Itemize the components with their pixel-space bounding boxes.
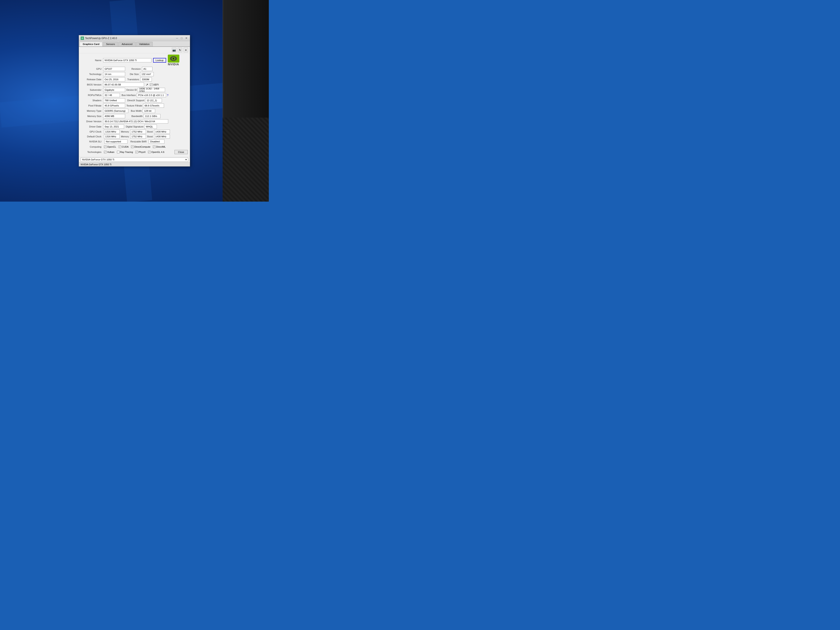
tab-graphics-card[interactable]: Graphics Card bbox=[80, 42, 103, 46]
directcompute-label: DirectCompute bbox=[134, 145, 150, 148]
transistors-field: 3300M bbox=[140, 77, 152, 82]
driver-version-label: Driver Version bbox=[81, 120, 103, 123]
dropdown-arrow-icon: ▾ bbox=[185, 158, 187, 161]
dropdown-value: NVIDIA GeForce GTX 1050 Ti bbox=[82, 158, 114, 161]
technologies-row: Technologies Vulkan Ray Tracing PhysX bbox=[81, 150, 175, 154]
cable-area bbox=[223, 118, 269, 202]
refresh-button[interactable]: ↻ bbox=[178, 48, 182, 52]
camera-button[interactable]: 📷 bbox=[172, 48, 177, 52]
gpu-memory-field: 1752 MHz bbox=[130, 129, 146, 134]
vulkan-item: Vulkan bbox=[104, 151, 114, 153]
bandwidth-field: 112.1 GB/s bbox=[144, 114, 160, 118]
memory-type-field: GDDR5 (Samsung) bbox=[103, 109, 128, 113]
gpu-clock-field: 1316 MHz bbox=[104, 129, 120, 134]
gpu-field: GP107 bbox=[103, 67, 125, 71]
export-icon[interactable]: ↗ bbox=[146, 83, 148, 86]
status-text: NVIDIA GeForce GTX 1050 Ti bbox=[81, 163, 112, 166]
device-id-label: Device ID bbox=[126, 88, 137, 91]
directml-checkbox[interactable] bbox=[153, 145, 155, 148]
physx-checkbox[interactable] bbox=[136, 151, 138, 153]
ray-tracing-label: Ray Tracing bbox=[120, 151, 133, 153]
tab-advanced[interactable]: Advanced bbox=[118, 42, 136, 46]
rops-row: ROPs/TMUs 32 / 48 Bus Interface PCIe x16… bbox=[81, 93, 188, 98]
cuda-item: CUDA bbox=[118, 145, 129, 148]
gpu-boost-value: 1430 MHz bbox=[155, 130, 166, 133]
gpu-value: GP107 bbox=[104, 68, 112, 70]
resizable-bar-label: Resizable BAR bbox=[130, 140, 147, 143]
title-bar-controls: ─ □ ✕ bbox=[175, 36, 188, 40]
close-button[interactable]: ✕ bbox=[185, 36, 188, 40]
release-date-row: Release Date Oct 25, 2016 Transistors 33… bbox=[81, 77, 188, 82]
technology-value: 14 nm bbox=[104, 73, 111, 76]
opencl-checkbox[interactable] bbox=[104, 145, 106, 148]
lookup-button[interactable]: Lookup bbox=[153, 58, 166, 63]
sli-label: NVIDIA SLI bbox=[81, 140, 103, 143]
maximize-button[interactable]: □ bbox=[180, 36, 183, 40]
bus-width-field: 128 bit bbox=[142, 109, 155, 113]
app-icon: G bbox=[81, 36, 84, 40]
menu-button[interactable]: ≡ bbox=[183, 48, 188, 52]
bus-interface-field: PCIe x16 2.0 @ x16 1.1 bbox=[137, 93, 166, 97]
title-bar: G TechPowerUp GPU-Z 2.40.0 ─ □ ✕ bbox=[79, 35, 190, 41]
die-size-field: 132 mm² bbox=[140, 72, 154, 76]
computing-row: Computing OpenCL CUDA DirectCompute Dire… bbox=[81, 144, 188, 149]
device-id-value: 10DE 1C82 - 1458 3763 bbox=[139, 87, 164, 92]
technology-field: 14 nm bbox=[103, 72, 125, 76]
tab-validation[interactable]: Validation bbox=[136, 42, 153, 46]
directx-field: 12 (12_1) bbox=[145, 98, 162, 103]
tab-sensors[interactable]: Sensors bbox=[103, 42, 118, 46]
pixel-fillrate-value: 45.8 GPixel/s bbox=[104, 104, 119, 107]
name-value: NVIDIA GeForce GTX 1050 Ti bbox=[104, 59, 137, 62]
physx-item: PhysX bbox=[136, 151, 145, 153]
monitor-right-edge bbox=[223, 0, 269, 202]
uefi-checkbox[interactable] bbox=[150, 84, 152, 86]
gpu-memory-value: 1752 MHz bbox=[131, 130, 142, 133]
rops-field: 32 / 48 bbox=[103, 93, 120, 97]
directx-value: 12 (12_1) bbox=[147, 99, 157, 102]
ray-tracing-checkbox[interactable] bbox=[117, 151, 120, 153]
nvidia-logo bbox=[168, 55, 179, 63]
digital-signature-field: WHQL bbox=[144, 125, 157, 129]
sli-field: Not supported bbox=[104, 139, 128, 144]
ray-tracing-item: Ray Tracing bbox=[117, 151, 133, 153]
directcompute-item: DirectCompute bbox=[131, 145, 150, 148]
digital-signature-label: Digital Signature bbox=[126, 125, 144, 128]
boost-sub-label2: Boost bbox=[147, 135, 153, 138]
gpu-clock-row: GPU Clock 1316 MHz Memory 1752 MHz Boost… bbox=[81, 129, 188, 134]
driver-date-field: Sep 13, 2021 bbox=[103, 125, 124, 129]
die-size-label: Die Size bbox=[130, 73, 139, 76]
pixel-fillrate-label: Pixel Fillrate bbox=[81, 104, 103, 107]
cuda-checkbox[interactable] bbox=[118, 145, 121, 148]
pixel-fillrate-field: 45.8 GPixel/s bbox=[103, 104, 125, 108]
transistors-label: Transistors bbox=[127, 78, 139, 81]
technology-row: Technology 14 nm Die Size 132 mm² bbox=[81, 72, 188, 76]
opengl-checkbox[interactable] bbox=[148, 151, 151, 153]
uefi-label: UEFI bbox=[153, 84, 159, 86]
subvendor-row: Subvendor Gigabyte Device ID 10DE 1C82 -… bbox=[81, 88, 188, 92]
close-button[interactable]: Close bbox=[175, 150, 188, 154]
technologies-close-row: Technologies Vulkan Ray Tracing PhysX bbox=[81, 150, 188, 154]
minimize-button[interactable]: ─ bbox=[175, 36, 179, 40]
name-label: Name bbox=[81, 59, 103, 62]
driver-date-label: Driver Date bbox=[81, 125, 103, 128]
directcompute-checkbox[interactable] bbox=[131, 145, 134, 148]
def-memory-field: 1752 MHz bbox=[130, 134, 146, 139]
sli-row: NVIDIA SLI Not supported Resizable BAR D… bbox=[81, 139, 188, 144]
device-id-field: 10DE 1C82 - 1458 3763 bbox=[138, 88, 165, 92]
transistors-value: 3300M bbox=[142, 78, 149, 81]
revision-value: A1 bbox=[144, 68, 146, 70]
bus-width-label: Bus Width bbox=[131, 110, 142, 112]
vulkan-checkbox[interactable] bbox=[104, 151, 106, 153]
driver-version-row: Driver Version 30.0.14.7212 (NVIDIA 472.… bbox=[81, 119, 188, 124]
texture-fillrate-field: 68.6 GTexel/s bbox=[143, 104, 164, 108]
sli-value: Not supported bbox=[106, 140, 121, 143]
texture-fillrate-label: Texture Fillrate bbox=[126, 104, 142, 107]
cuda-label: CUDA bbox=[122, 145, 129, 148]
bandwidth-value: 112.1 GB/s bbox=[145, 115, 157, 117]
help-icon[interactable]: ? bbox=[167, 94, 169, 97]
gpu-select-dropdown[interactable]: NVIDIA GeForce GTX 1050 Ti ▾ bbox=[81, 158, 188, 162]
gpu-label: GPU bbox=[81, 68, 103, 70]
memory-size-value: 4096 MB bbox=[104, 115, 114, 117]
memory-sub-label1: Memory bbox=[121, 130, 129, 133]
nvidia-eye-svg bbox=[169, 56, 177, 62]
